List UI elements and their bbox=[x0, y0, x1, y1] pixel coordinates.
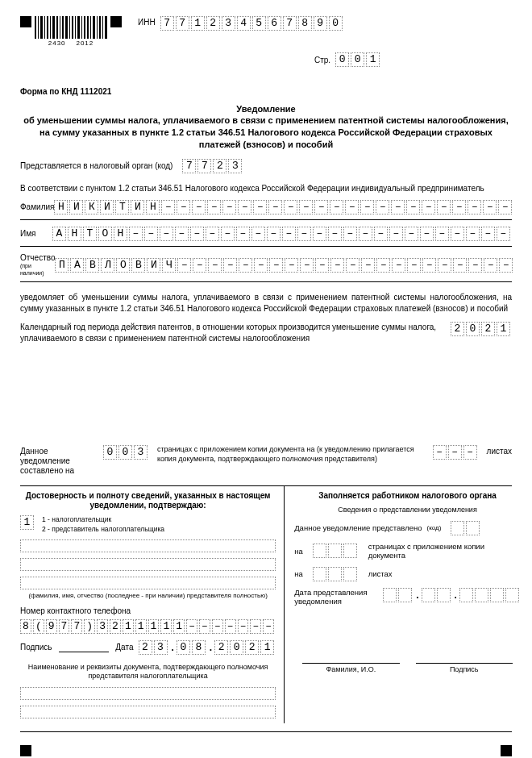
req-header: Наименование и реквизиты документа, подт… bbox=[20, 663, 276, 681]
surname-label: Фамилия bbox=[20, 202, 54, 212]
rep-name-line bbox=[20, 577, 276, 589]
svg-rect-5 bbox=[50, 16, 51, 39]
svg-rect-4 bbox=[47, 16, 48, 39]
rd-month bbox=[422, 588, 452, 602]
patronymic-label: Отчество bbox=[20, 253, 55, 263]
inn-block: ИНН 771234567890 bbox=[138, 16, 344, 31]
svg-rect-8 bbox=[60, 16, 60, 39]
page-cells: 001 bbox=[335, 52, 381, 67]
svg-rect-6 bbox=[52, 16, 55, 39]
r4-label: Дата представления уведомления bbox=[294, 588, 383, 606]
rep-name-line bbox=[20, 558, 276, 571]
body-text-1: уведомляет об уменьшении суммы налога, у… bbox=[20, 292, 512, 314]
r1-cells bbox=[451, 521, 481, 535]
pages-mid-label: страницах с приложением копии документа … bbox=[149, 445, 433, 464]
tax-org-row: Представляется в налоговый орган (код) 7… bbox=[20, 159, 512, 173]
tax-org-cells: 7723 bbox=[182, 159, 243, 173]
svg-rect-10 bbox=[65, 16, 68, 39]
req-line bbox=[20, 706, 276, 718]
barcode-block: 2430 2012 bbox=[20, 16, 122, 48]
svg-rect-22 bbox=[102, 16, 103, 39]
date-label: Дата bbox=[115, 643, 133, 652]
barcode-num-right: 2012 bbox=[76, 40, 94, 47]
corner-square-icon bbox=[20, 16, 31, 27]
patronymic-row: Отчество (при наличии) ПАВЛОВИЧ–––––––––… bbox=[20, 253, 512, 282]
pages-right-label: листах bbox=[479, 445, 512, 456]
svg-rect-7 bbox=[56, 16, 58, 39]
page-row: Стр. 001 bbox=[314, 52, 512, 67]
svg-rect-2 bbox=[40, 16, 43, 39]
page-label: Стр. bbox=[314, 54, 330, 65]
svg-rect-11 bbox=[69, 16, 70, 39]
r2-pre: на bbox=[294, 547, 303, 556]
r2-post: страницах с приложением копии документа bbox=[368, 542, 521, 560]
r1-label: Данное уведомление представлено bbox=[294, 523, 422, 532]
document-title: Уведомлениеоб уменьшении суммы налога, у… bbox=[20, 103, 512, 151]
tax-org-label: Представляется в налоговый орган (код) bbox=[20, 161, 172, 171]
intro-text: В соответствии с пунктом 1.2 статьи 346.… bbox=[20, 183, 512, 194]
attach-count-cells: ––– bbox=[433, 445, 479, 460]
date-day: 23 bbox=[139, 640, 169, 655]
barcode: 2430 2012 bbox=[35, 16, 107, 48]
svg-rect-13 bbox=[75, 16, 76, 39]
barcode-num-left: 2430 bbox=[48, 40, 66, 47]
year-cells: 2021 bbox=[451, 322, 512, 336]
declarant-code-cell: 1 bbox=[20, 515, 35, 530]
pages-left-label: Данное уведомление составлено на bbox=[20, 445, 103, 476]
barcode-icon bbox=[35, 16, 107, 39]
svg-rect-17 bbox=[87, 16, 89, 39]
svg-rect-9 bbox=[62, 16, 64, 39]
header-row: 2430 2012 ИНН 771234567890 bbox=[20, 16, 512, 48]
svg-rect-20 bbox=[97, 16, 98, 39]
sign-label: Подпись bbox=[20, 643, 52, 652]
r3-post: листах bbox=[368, 569, 393, 578]
pages-row: Данное уведомление составлено на 003 стр… bbox=[20, 445, 512, 476]
pages-count-cells: 003 bbox=[103, 445, 149, 460]
firstname-cells: АНТОН––––––––––––––––––––––––– bbox=[52, 227, 512, 241]
r1-suffix: (код) bbox=[427, 524, 442, 532]
inn-label: ИНН bbox=[138, 16, 156, 27]
rd-year bbox=[459, 588, 521, 602]
left-column: Достоверность и полноту сведений, указан… bbox=[20, 486, 285, 723]
firstname-label: Имя bbox=[20, 229, 52, 239]
date-year: 2021 bbox=[214, 640, 276, 655]
rep-name-line bbox=[20, 539, 276, 552]
r2-cells bbox=[313, 544, 359, 558]
corner-square-icon bbox=[501, 745, 512, 756]
svg-rect-18 bbox=[90, 16, 91, 39]
r-sig2: Подпись bbox=[416, 663, 513, 674]
req-line bbox=[20, 687, 276, 700]
footer-squares bbox=[20, 745, 512, 756]
surname-row: Фамилия НИКИТИН––––––––––––––––––––––– bbox=[20, 200, 512, 220]
svg-rect-21 bbox=[99, 16, 101, 39]
corner-square-icon bbox=[110, 16, 122, 27]
confirmation-section: Достоверность и полноту сведений, указан… bbox=[20, 485, 512, 723]
rd-day bbox=[383, 588, 414, 602]
left-col-header: Достоверность и полноту сведений, указан… bbox=[20, 491, 276, 510]
year-text: Календарный год периода действия патенто… bbox=[20, 322, 451, 344]
svg-rect-0 bbox=[35, 16, 36, 39]
patronymic-sublabel: (при наличии) bbox=[20, 263, 55, 277]
phone-label: Номер контактного телефона bbox=[20, 606, 276, 616]
declarant-options: 1 - налогоплательщик2 - представитель на… bbox=[42, 515, 164, 534]
r-sig1: Фамилия, И.О. bbox=[302, 663, 399, 674]
r3-cells bbox=[313, 567, 359, 581]
firstname-row: Имя АНТОН––––––––––––––––––––––––– bbox=[20, 227, 512, 247]
form-code: Форма по КНД 1112021 bbox=[20, 87, 512, 97]
svg-rect-14 bbox=[77, 16, 80, 39]
right-column: Заполняется работником налогового органа… bbox=[285, 486, 521, 723]
corner-square-icon bbox=[20, 745, 31, 756]
svg-rect-3 bbox=[44, 16, 45, 39]
surname-cells: НИКИТИН––––––––––––––––––––––– bbox=[54, 200, 513, 214]
inn-cells: 771234567890 bbox=[160, 16, 344, 31]
svg-rect-16 bbox=[84, 16, 85, 39]
svg-rect-15 bbox=[81, 16, 82, 39]
patronymic-cells: ПАВЛОВИЧ–––––––––––––––––––––– bbox=[55, 258, 514, 273]
year-row: Календарный год периода действия патенто… bbox=[20, 322, 512, 344]
svg-rect-19 bbox=[93, 16, 95, 39]
r3-pre: на bbox=[294, 569, 303, 578]
svg-rect-1 bbox=[38, 16, 39, 39]
rep-name-note: (фамилия, имя, отчество (последнее - при… bbox=[20, 592, 276, 600]
svg-rect-23 bbox=[105, 16, 107, 39]
right-col-subheader: Сведения о представлении уведомления bbox=[294, 506, 521, 514]
